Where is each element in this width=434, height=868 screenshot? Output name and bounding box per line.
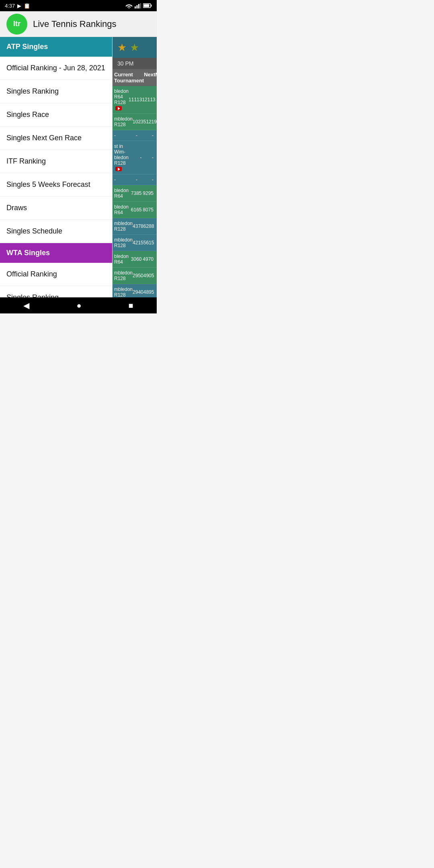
row-max-points: - [137,177,155,182]
svg-rect-2 [137,5,138,8]
row-max-points: 8075 [142,207,156,213]
time-display: 4:37 [5,3,15,9]
app-logo: ltr [6,14,27,35]
menu-item-singles-ranking-wta[interactable]: Singles Ranking [0,286,112,297]
row-next-points: 4215 [133,240,143,246]
signal-icon [135,3,141,8]
navigation-drawer[interactable]: ATP Singles Official Ranking - Jun 28, 2… [0,37,113,297]
row-tournament: mbledon R128 [114,270,133,281]
table-row: mbledon R12829404895 [113,284,157,297]
menu-item-itf-ranking[interactable]: ITF Ranking [0,150,112,173]
col-next-header: Next [144,72,155,84]
row-next-points: - [120,177,137,182]
row-next-points: - [120,133,137,138]
row-max-points: 12190 [146,119,157,125]
svg-rect-7 [151,5,152,7]
battery-icon [143,3,152,8]
row-max-points: - [137,133,155,138]
content-area-behind: ★ ★ 30 PM Current Tournament Next Max bl… [113,37,157,297]
row-next-points: 7385 [129,190,141,196]
table-row: bledon R64 R1281111312113 [113,86,157,114]
row-tournament: bledon R64 [114,204,129,215]
row-tournament: mbledon R128 [114,237,133,248]
table-row: bledon R6430604970 [113,251,157,268]
play-icon: ▶ [17,3,21,9]
row-tournament: mbledon R128 [114,287,133,297]
row-tournament: bledon R64 R128 [114,88,129,111]
menu-item-singles-next-gen-race[interactable]: Singles Next Gen Race [0,127,112,150]
app-title: Live Tennis Rankings [33,19,117,29]
row-tournament: - [114,177,120,182]
status-left: 4:37 ▶ 📋 [5,3,30,9]
row-next-points: - [129,155,141,160]
row-next-points: 3060 [129,256,141,262]
table-row: --- [113,130,157,141]
menu-item-singles-schedule[interactable]: Singles Schedule [0,220,112,243]
row-tournament: st in Wim-bledon R128 [114,143,129,172]
col-tournament-header: Current Tournament [114,72,144,84]
row-max-points: 5615 [143,240,156,246]
svg-rect-1 [135,6,136,8]
atp-singles-header[interactable]: ATP Singles [0,37,112,57]
content-time: 30 PM [113,58,157,69]
back-button[interactable]: ◀ [15,298,37,313]
content-header: ★ ★ [113,37,157,58]
status-bar: 4:37 ▶ 📋 [0,0,157,11]
row-max-points: 4905 [143,273,156,278]
bottom-navigation: ◀ ● ■ [0,297,157,313]
row-next-points: 2950 [133,273,143,278]
row-max-points: 4970 [142,256,156,262]
wifi-icon [125,3,133,8]
clipboard-icon: 📋 [24,3,30,9]
table-row: --- [113,174,157,185]
row-tournament: - [114,133,120,138]
table-rows-container: bledon R64 R1281111312113mbledon R128102… [113,86,157,297]
row-next-points: 2940 [133,289,143,295]
row-next-points: 10235 [133,119,146,125]
menu-item-official-ranking-wta[interactable]: Official Ranking [0,263,112,286]
menu-item-official-ranking-atp[interactable]: Official Ranking - Jun 28, 2021 [0,57,112,80]
row-next-points: 6165 [129,207,141,213]
row-next-points: 4378 [133,223,143,229]
row-max-points: 6288 [143,223,156,229]
row-next-points: 11113 [129,97,142,102]
menu-item-singles-race-atp[interactable]: Singles Race [0,103,112,127]
row-tournament: bledon R64 [114,188,129,199]
menu-item-singles-ranking-atp[interactable]: Singles Ranking [0,80,112,103]
row-max-points: 9295 [142,190,156,196]
table-row: mbledon R12843786288 [113,218,157,235]
row-tournament: mbledon R128 [114,116,133,127]
svg-rect-3 [138,4,139,8]
status-right [125,3,152,8]
menu-item-singles-5-weeks-forecast[interactable]: Singles 5 Weeks Forecast [0,173,112,197]
row-tournament: mbledon R128 [114,221,133,232]
youtube-icon[interactable] [115,167,122,171]
drawer-container: ATP Singles Official Ranking - Jun 28, 2… [0,37,157,297]
svg-rect-6 [144,4,149,7]
svg-point-0 [129,8,130,8]
row-max-points: 4895 [143,289,156,295]
table-row: mbledon R1281023512190 [113,114,157,130]
svg-rect-4 [140,3,141,8]
table-row: mbledon R12842155615 [113,235,157,251]
app-header: ltr Live Tennis Rankings [0,11,157,37]
recent-button[interactable]: ■ [120,299,141,313]
col-max-header: Max [155,72,157,84]
menu-item-draws[interactable]: Draws [0,197,112,220]
wta-singles-header[interactable]: WTA Singles [0,243,112,263]
youtube-icon[interactable] [115,106,122,111]
home-button[interactable]: ● [68,299,89,313]
table-header: Current Tournament Next Max [113,69,157,86]
table-row: bledon R6473859295 [113,185,157,202]
table-row: bledon R6461658075 [113,202,157,218]
olive-star-icon: ★ [130,41,139,54]
row-tournament: bledon R64 [114,254,129,265]
table-row: st in Wim-bledon R128-- [113,141,157,174]
star-icon: ★ [117,41,127,54]
row-max-points: 12113 [142,97,157,102]
row-max-points: - [142,155,156,160]
table-row: mbledon R12829504905 [113,268,157,284]
